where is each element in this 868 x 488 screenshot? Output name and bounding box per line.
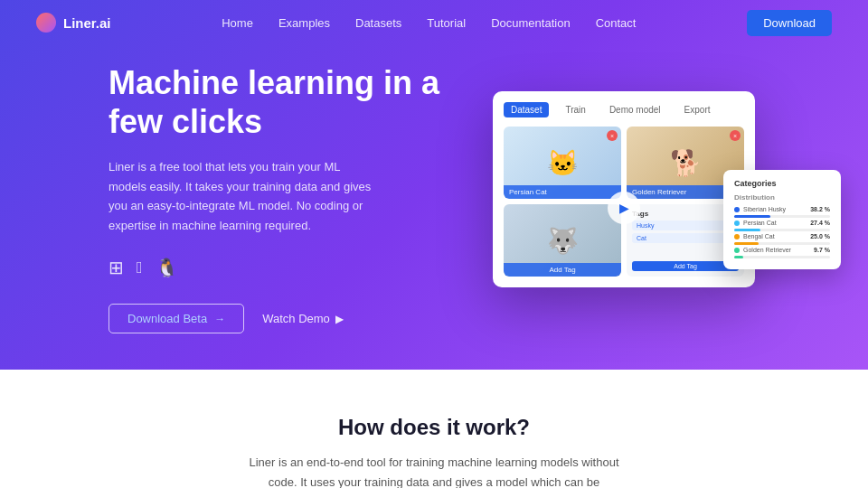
apple-icon:  bbox=[137, 258, 143, 277]
windows-icon: ⊞ bbox=[108, 257, 124, 278]
close-icon-2: × bbox=[730, 130, 741, 141]
bar-dot-1 bbox=[734, 221, 740, 226]
bar-label-3: Golden Retriever bbox=[743, 247, 810, 253]
bar-row-2: Bengal Cat 25.0 % bbox=[734, 233, 830, 239]
bar-row-3: Golden Retriever 9.7 % bbox=[734, 247, 830, 253]
hero-section: Machine learning in a few clicks Liner i… bbox=[0, 0, 868, 370]
bar-track-1 bbox=[734, 229, 830, 231]
bar-dot-2 bbox=[734, 234, 740, 239]
bar-pct-2: 25.0 % bbox=[810, 233, 830, 239]
logo: Liner.ai bbox=[36, 13, 111, 33]
nav-datasets[interactable]: Datasets bbox=[355, 16, 401, 30]
play-icon: ▶ bbox=[335, 313, 344, 325]
play-button[interactable]: ▶ bbox=[608, 192, 640, 224]
section-two-title: How does it work? bbox=[36, 415, 832, 440]
bar-row-0: Siberian Husky 38.2 % bbox=[734, 206, 830, 212]
tab-demo-model[interactable]: Demo model bbox=[602, 102, 668, 117]
add-tag-label[interactable]: Add Tag bbox=[504, 263, 621, 277]
nav-home[interactable]: Home bbox=[222, 16, 253, 30]
nav-documentation[interactable]: Documentation bbox=[491, 16, 570, 30]
watch-demo-button[interactable]: Watch Demo ▶ bbox=[262, 312, 344, 325]
bar-fill-1 bbox=[734, 229, 760, 231]
hero-buttons: Download Beta → Watch Demo ▶ bbox=[108, 304, 452, 333]
bar-label-1: Persian Cat bbox=[743, 220, 807, 226]
bar-pct-0: 38.2 % bbox=[810, 206, 830, 212]
close-icon: × bbox=[607, 130, 618, 141]
hero-description: Liner is a free tool that lets you train… bbox=[108, 157, 380, 235]
logo-icon bbox=[36, 13, 56, 33]
tab-dataset[interactable]: Dataset bbox=[504, 102, 549, 117]
categories-card: Categories Distribution Siberian Husky 3… bbox=[723, 170, 841, 269]
bar-fill-0 bbox=[734, 215, 770, 218]
bar-fill-3 bbox=[734, 256, 743, 258]
bar-label-0: Siberian Husky bbox=[743, 206, 807, 212]
categories-title: Categories bbox=[734, 179, 830, 188]
tab-export[interactable]: Export bbox=[677, 102, 718, 117]
nav-download-button[interactable]: Download bbox=[747, 10, 832, 36]
navbar: Liner.ai Home Examples Datasets Tutorial… bbox=[0, 0, 868, 45]
arrow-icon: → bbox=[214, 313, 225, 325]
bar-label-2: Bengal Cat bbox=[743, 233, 807, 239]
husky-image: 🐺 Add Tag bbox=[504, 204, 621, 277]
app-tabs: Dataset Train Demo model Export bbox=[504, 102, 744, 117]
nav-examples[interactable]: Examples bbox=[278, 16, 330, 30]
hero-left: Machine learning in a few clicks Liner i… bbox=[108, 45, 452, 333]
nav-links: Home Examples Datasets Tutorial Document… bbox=[111, 16, 748, 30]
tab-train[interactable]: Train bbox=[558, 102, 592, 117]
bar-track-0 bbox=[734, 215, 830, 218]
cat-label: Persian Cat bbox=[504, 185, 621, 199]
bar-pct-3: 9.7 % bbox=[814, 247, 830, 253]
how-it-works-section: How does it work? Liner is an end-to-end… bbox=[0, 370, 868, 488]
bar-row-1: Persian Cat 27.4 % bbox=[734, 220, 830, 226]
nav-contact[interactable]: Contact bbox=[596, 16, 637, 30]
bar-pct-1: 27.4 % bbox=[810, 220, 830, 226]
cat-image: 🐱 Persian Cat × bbox=[504, 127, 621, 199]
bar-track-2 bbox=[734, 242, 830, 245]
download-beta-button[interactable]: Download Beta → bbox=[108, 304, 244, 333]
bar-dot-3 bbox=[734, 248, 740, 253]
logo-text: Liner.ai bbox=[63, 15, 111, 31]
nav-tutorial[interactable]: Tutorial bbox=[427, 16, 466, 30]
bar-fill-2 bbox=[734, 242, 759, 245]
os-icons: ⊞  🐧 bbox=[108, 257, 452, 278]
app-preview-card: Dataset Train Demo model Export 🐱 Persia… bbox=[493, 91, 755, 287]
linux-icon: 🐧 bbox=[156, 257, 178, 278]
bar-track-3 bbox=[734, 256, 830, 258]
hero-right: Dataset Train Demo model Export 🐱 Persia… bbox=[452, 91, 796, 287]
hero-title: Machine learning in a few clicks bbox=[108, 63, 452, 141]
section-two-description: Liner is an end-to-end tool for training… bbox=[244, 453, 624, 488]
distribution-label: Distribution bbox=[734, 193, 830, 202]
bar-dot-0 bbox=[734, 207, 740, 212]
